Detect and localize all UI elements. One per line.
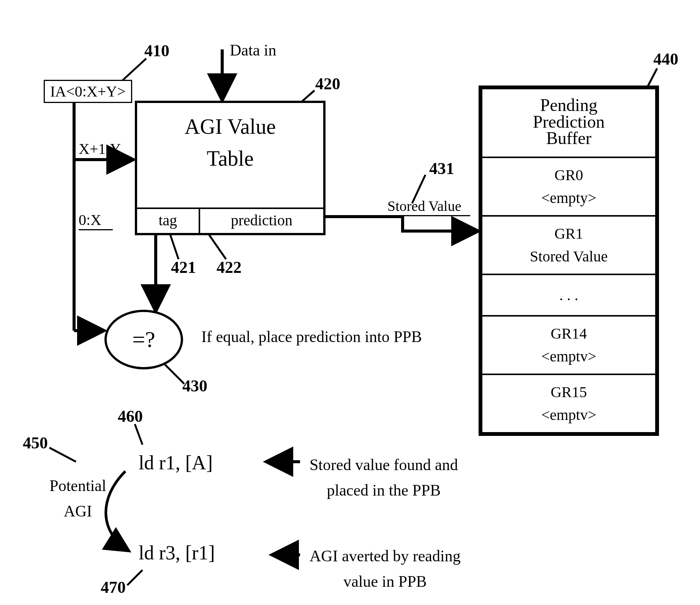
ppb-row-gr14: GR14 <emptv>	[482, 315, 655, 374]
ppb-row-dots: . . .	[482, 274, 655, 315]
ref-440: 440	[653, 49, 678, 69]
instruction-1-note-l1: Stored value found and	[310, 452, 458, 478]
ppb-header-l3: Buffer	[546, 128, 591, 148]
data-in-label: Data in	[230, 41, 276, 59]
agi-title-l1: AGI Value	[185, 115, 276, 138]
ref-470: 470	[101, 578, 126, 597]
potential-agi-l2: AGI	[40, 499, 116, 524]
potential-agi-l1: Potential	[40, 473, 116, 499]
ppb-row-gr1: GR1 Stored Value	[482, 215, 655, 274]
instruction-2-note-l2: value in PPB	[310, 569, 461, 594]
svg-line-4	[122, 59, 146, 81]
svg-line-7	[207, 232, 226, 259]
instruction-1-note: Stored value found and placed in the PPB	[310, 452, 458, 503]
stored-value-wire-label: Stored Value	[387, 198, 461, 214]
ppb-gr1-name: GR1	[482, 222, 655, 245]
wire-label-x1y: X+1:Y	[79, 140, 121, 158]
wire-label-0x: 0:X	[79, 211, 101, 229]
svg-line-10	[648, 68, 657, 87]
ppb-dots: . . .	[482, 284, 655, 307]
ppb-row-gr0: GR0 <empty>	[482, 157, 655, 215]
comparator-note: If equal, place prediction into PPB	[201, 328, 422, 346]
agi-value-table-title: AGI Value Table	[137, 103, 323, 174]
svg-line-12	[135, 424, 142, 445]
svg-line-6	[169, 231, 179, 259]
svg-line-8	[163, 363, 184, 384]
svg-line-13	[127, 570, 142, 585]
ppb-header: Pending Prediction Buffer	[482, 89, 655, 157]
ref-431: 431	[429, 159, 454, 178]
pending-prediction-buffer: Pending Prediction Buffer GR0 <empty> GR…	[479, 86, 659, 436]
ref-422: 422	[216, 258, 242, 277]
instruction-2-note: AGI averted by reading value in PPB	[310, 543, 461, 594]
ppb-gr14-name: GR14	[482, 322, 655, 345]
instruction-1-note-l2: placed in the PPB	[310, 478, 458, 503]
comparator-symbol: =?	[132, 326, 155, 353]
ppb-row-gr15: GR15 <emptv>	[482, 374, 655, 432]
ppb-gr15-state: <emptv>	[482, 404, 655, 426]
ia-register-box: IA<0:X+Y>	[44, 80, 132, 103]
ppb-gr0-name: GR0	[482, 164, 655, 187]
ppb-gr15-name: GR15	[482, 381, 655, 404]
instruction-2: ld r3, [r1]	[139, 542, 215, 564]
ppb-gr1-state: Stored Value	[482, 245, 655, 268]
agi-prediction-header: prediction	[200, 209, 323, 233]
ppb-gr14-state: <emptv>	[482, 345, 655, 368]
agi-tag-header: tag	[137, 209, 200, 233]
ref-410: 410	[144, 41, 169, 60]
instruction-1: ld r1, [A]	[139, 451, 213, 474]
ref-420: 420	[315, 74, 340, 93]
agi-table-columns: tag prediction	[137, 207, 323, 233]
ia-register-text: IA<0:X+Y>	[50, 83, 126, 100]
ppb-gr0-state: <empty>	[482, 187, 655, 209]
ref-450: 450	[23, 433, 48, 453]
ref-460: 460	[118, 407, 143, 426]
ref-430: 430	[182, 376, 207, 396]
instruction-2-note-l1: AGI averted by reading	[310, 543, 461, 569]
agi-title-l2: Table	[207, 147, 254, 170]
comparator: =?	[104, 310, 183, 369]
potential-agi-label: Potential AGI	[40, 473, 116, 524]
agi-value-table: AGI Value Table tag prediction	[135, 101, 326, 235]
stored-value-underline	[387, 215, 470, 216]
wire-underline-0x	[79, 229, 113, 230]
wire-underline-x1y	[79, 158, 130, 159]
svg-line-11	[49, 448, 76, 462]
ref-421: 421	[171, 258, 196, 277]
